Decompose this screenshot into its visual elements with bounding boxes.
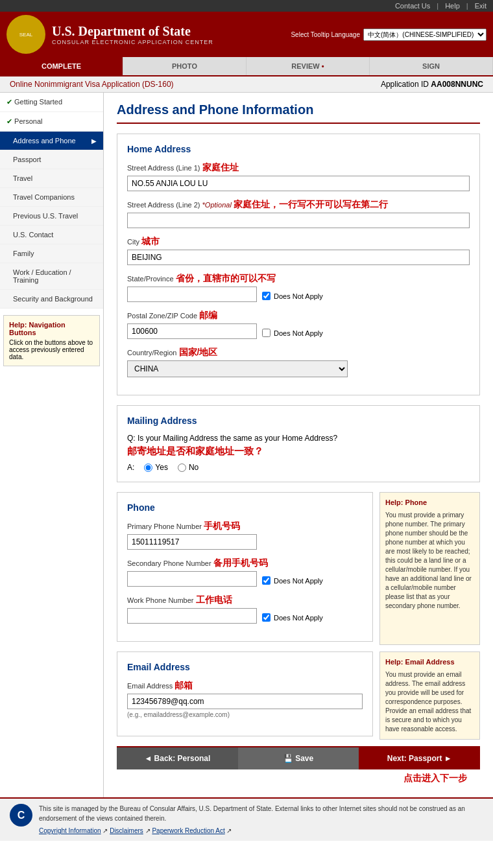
- sidebar: Getting Started Personal Address and Pho…: [0, 93, 104, 797]
- postal-dna-checkbox[interactable]: [262, 329, 271, 337]
- email-help-box: Help: Email Address You must provide an …: [379, 651, 480, 740]
- sidebar-item-personal[interactable]: Personal: [0, 112, 103, 132]
- work-dna-label[interactable]: Does Not Apply: [262, 613, 323, 622]
- postal-group: Postal Zone/ZIP Code 邮编 Does Not Apply: [127, 310, 470, 339]
- next-button[interactable]: Next: Passport ►: [359, 747, 480, 769]
- sidebar-item-family[interactable]: Family: [0, 244, 103, 263]
- sidebar-help-title: Help: Navigation Buttons: [9, 321, 94, 336]
- app-title: Online Nonimmigrant Visa Application (DS…: [10, 80, 174, 89]
- sidebar-item-us-contact[interactable]: U.S. Contact: [0, 226, 103, 244]
- bottom-text: This site is managed by the Bureau of Co…: [39, 804, 483, 823]
- mailing-answer-row: A: Yes No: [127, 463, 470, 472]
- postal-label: Postal Zone/ZIP Code 邮编: [127, 310, 470, 322]
- secondary-phone-input[interactable]: [127, 571, 257, 587]
- main-layout: Getting Started Personal Address and Pho…: [0, 93, 493, 797]
- street2-group: Street Address (Line 2) *Optional 家庭住址，一…: [127, 199, 470, 228]
- primary-phone-input[interactable]: [127, 534, 257, 550]
- state-dna-checkbox[interactable]: [262, 292, 271, 300]
- state-input[interactable]: [127, 287, 257, 302]
- city-input[interactable]: [127, 250, 470, 265]
- sidebar-help-box: Help: Navigation Buttons Click on the bu…: [3, 315, 100, 366]
- sidebar-item-security[interactable]: Security and Background: [0, 290, 103, 309]
- department-seal: SEAL: [6, 15, 45, 54]
- city-chinese: 城市: [141, 236, 160, 246]
- email-section: Email Address Email Address 邮箱 (e.g., em…: [117, 651, 373, 736]
- street2-label: Street Address (Line 2) *Optional 家庭住址，一…: [127, 199, 470, 211]
- email-help-title: Help: Email Address: [385, 657, 474, 667]
- contact-us-link[interactable]: Contact Us: [395, 2, 430, 10]
- app-id: Application ID AA008NNUNC: [381, 80, 483, 89]
- next-chinese-note: 点击进入下一步: [117, 769, 480, 788]
- tab-sign[interactable]: SIGN: [370, 57, 493, 75]
- tab-complete[interactable]: COMPLETE: [0, 57, 123, 75]
- country-dropdown[interactable]: CHINA: [127, 360, 348, 377]
- top-bar: Contact Us | Help | Exit: [0, 0, 493, 12]
- work-phone-label: Work Phone Number 工作电话: [127, 594, 363, 606]
- state-group: State/Province 省份，直辖市的可以不写 Does Not Appl…: [127, 273, 470, 302]
- country-group: Country/Region 国家/地区 CHINA: [127, 347, 470, 377]
- mailing-address-section: Mailing Address Q: Is your Mailing Addre…: [117, 405, 480, 482]
- mailing-question-chinese: 邮寄地址是否和家庭地址一致？: [127, 445, 470, 458]
- home-address-title: Home Address: [127, 144, 470, 154]
- secondary-phone-label: Secondary Phone Number 备用手机号码: [127, 557, 363, 569]
- phone-help-body: You must provide a primary phone number.…: [385, 511, 474, 611]
- street2-chinese: 家庭住址，一行写不开可以写在第二行: [234, 199, 388, 209]
- sidebar-item-work-education[interactable]: Work / Education / Training: [0, 263, 103, 290]
- sidebar-item-travel[interactable]: Travel: [0, 169, 103, 188]
- work-phone-input[interactable]: [127, 608, 257, 624]
- primary-phone-chinese: 手机号码: [204, 521, 240, 531]
- language-dropdown[interactable]: 中文(简体）(CHINESE-SIMPLIFIED): [363, 29, 487, 41]
- secondary-phone-chinese: 备用手机号码: [213, 557, 268, 568]
- street2-input[interactable]: [127, 213, 470, 228]
- nav-tabs: COMPLETE PHOTO REVIEW SIGN: [0, 57, 493, 76]
- street1-input[interactable]: [127, 176, 470, 191]
- postal-input[interactable]: [127, 323, 257, 339]
- secondary-phone-group: Secondary Phone Number 备用手机号码 Does Not A…: [127, 557, 363, 587]
- work-dna-checkbox[interactable]: [262, 613, 271, 622]
- mailing-yes-radio[interactable]: [144, 463, 152, 472]
- exit-link[interactable]: Exit: [475, 2, 487, 10]
- app-id-bar: Online Nonimmigrant Visa Application (DS…: [0, 76, 493, 93]
- mailing-answer-label: A:: [127, 463, 134, 472]
- postal-dna-label[interactable]: Does Not Apply: [262, 329, 323, 337]
- tab-photo[interactable]: PHOTO: [123, 57, 246, 75]
- sidebar-item-address-phone[interactable]: Address and Phone: [0, 132, 103, 150]
- back-button[interactable]: ◄ Back: Personal: [117, 747, 238, 769]
- primary-phone-label: Primary Phone Number 手机号码: [127, 521, 363, 532]
- email-label: Email Address 邮箱: [127, 680, 363, 692]
- sidebar-item-getting-started[interactable]: Getting Started: [0, 93, 103, 112]
- sidebar-item-travel-companions[interactable]: Travel Companions: [0, 188, 103, 207]
- email-group: Email Address 邮箱 (e.g., emailaddress@exa…: [127, 680, 363, 718]
- sidebar-item-passport[interactable]: Passport: [0, 150, 103, 169]
- copyright-link[interactable]: Copyright Information: [39, 827, 101, 834]
- secondary-dna-checkbox[interactable]: [262, 576, 271, 585]
- main-content: Address and Phone Information Home Addre…: [104, 93, 493, 797]
- tab-review[interactable]: REVIEW: [246, 57, 370, 75]
- email-example: (e.g., emailaddress@example.com): [127, 711, 363, 718]
- footer-nav: ◄ Back: Personal 💾 Save Next: Passport ►: [117, 746, 480, 769]
- mailing-question: Q: Is your Mailing Address the same as y…: [127, 434, 470, 443]
- mailing-yes-label[interactable]: Yes: [144, 463, 168, 472]
- work-phone-group: Work Phone Number 工作电话 Does Not Apply: [127, 594, 363, 624]
- email-input[interactable]: [127, 694, 363, 709]
- postal-chinese: 邮编: [199, 310, 217, 320]
- mailing-no-radio[interactable]: [178, 463, 186, 472]
- secondary-phone-row: Does Not Apply: [127, 571, 363, 587]
- sidebar-item-previous-us-travel[interactable]: Previous U.S. Travel: [0, 207, 103, 226]
- email-chinese: 邮箱: [174, 680, 193, 690]
- lang-label: Select Tooltip Language: [291, 31, 360, 38]
- city-label: City 城市: [127, 236, 470, 248]
- state-row: Does Not Apply: [127, 287, 470, 302]
- language-selector[interactable]: Select Tooltip Language 中文(简体）(CHINESE-S…: [291, 29, 487, 41]
- state-dna-label[interactable]: Does Not Apply: [262, 292, 323, 300]
- dept-title: U.S. Department of State: [52, 24, 213, 39]
- paperwork-link[interactable]: Paperwork Reduction Act: [152, 827, 224, 834]
- bottom-text-area: This site is managed by the Bureau of Co…: [39, 804, 483, 836]
- postal-row: Does Not Apply: [127, 323, 470, 339]
- secondary-dna-label[interactable]: Does Not Apply: [262, 576, 323, 585]
- street1-chinese: 家庭住址: [202, 162, 239, 172]
- save-button[interactable]: 💾 Save: [238, 747, 359, 769]
- disclaimers-link[interactable]: Disclaimers: [110, 827, 143, 834]
- help-link[interactable]: Help: [445, 2, 460, 10]
- mailing-no-label[interactable]: No: [178, 463, 198, 472]
